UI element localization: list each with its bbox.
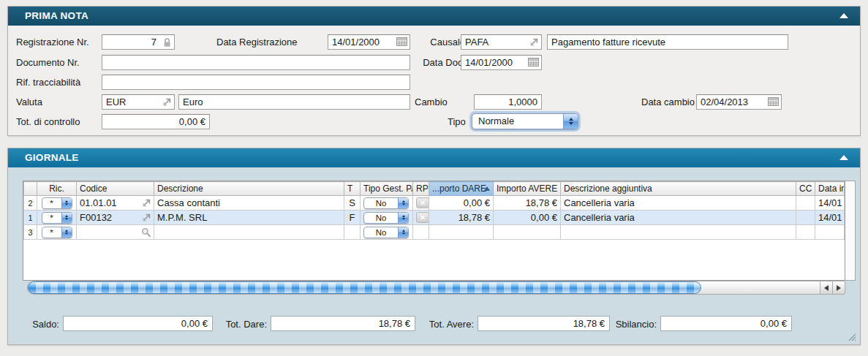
col-importo-dare[interactable]: ...porto DARE <box>429 182 494 196</box>
valuta-label: Valuta <box>16 95 42 110</box>
ric-select[interactable]: * <box>42 212 72 224</box>
ric-select[interactable]: * <box>42 227 72 238</box>
table-header-row: Ric. Codice Descrizione T Tipo Gest. PA … <box>24 182 845 196</box>
causale-desc-field[interactable]: Pagamento fatture ricevute <box>547 34 788 50</box>
rp-cell: ✕ <box>413 196 429 211</box>
ric-select[interactable]: * <box>42 197 72 209</box>
valuta-desc-field[interactable]: Euro <box>178 94 410 110</box>
causale-code-field[interactable]: PAFA <box>461 34 542 50</box>
clear-row-button[interactable]: ✕ <box>416 212 429 223</box>
prima-nota-panel: PRIMA NOTA Registrazione Nr. 7 Data Regi… <box>7 6 861 136</box>
tipo-select[interactable]: Normale <box>472 113 578 129</box>
col-descrizione-aggiuntiva[interactable]: Descrizione aggiuntiva <box>561 182 796 196</box>
col-descrizione[interactable]: Descrizione <box>154 182 344 196</box>
saldo-field: 0,00 € <box>63 316 213 331</box>
t-cell[interactable]: F <box>344 211 361 225</box>
cambio-field[interactable]: 1,0000 <box>474 94 542 110</box>
vertical-scrollbar[interactable] <box>845 181 856 281</box>
data-cambio-field[interactable]: 02/04/2013 <box>696 94 782 110</box>
col-codice[interactable]: Codice <box>77 182 154 196</box>
sbilancio-field: 0,00 € <box>660 316 792 331</box>
scroll-right-button[interactable] <box>832 281 845 294</box>
tot-dare-field: 18,78 € <box>271 316 415 331</box>
descrizione-cell[interactable]: M.P.M. SRL <box>154 211 344 225</box>
col-tipo-gest-pa[interactable]: Tipo Gest. PA <box>361 182 413 196</box>
tipo-gest-cell: No <box>361 196 413 211</box>
importo-avere-cell[interactable] <box>494 225 561 240</box>
col-data-in[interactable]: Data in <box>815 182 845 196</box>
descrizione-cell[interactable]: Cassa contanti <box>154 196 344 211</box>
col-cc[interactable]: CC <box>796 182 815 196</box>
link-icon[interactable] <box>162 97 172 107</box>
calendar-icon[interactable] <box>396 37 407 46</box>
importo-dare-cell[interactable]: 0,00 € <box>429 196 494 211</box>
col-t[interactable]: T <box>344 182 361 196</box>
link-icon[interactable] <box>529 37 539 47</box>
desc-aggiuntiva-cell[interactable]: Cancelleria varia <box>561 211 796 225</box>
popup-arrows-icon <box>563 114 578 129</box>
giornale-title: GIORNALE <box>25 152 79 163</box>
cc-cell[interactable] <box>796 196 815 211</box>
collapse-icon[interactable] <box>839 13 848 18</box>
row-number-cell[interactable]: 3 <box>24 225 37 240</box>
data-in-cell[interactable]: 14/01 <box>815 196 845 211</box>
col-importo-avere[interactable]: Importo AVERE <box>494 182 561 196</box>
popup-arrows-icon <box>398 198 408 208</box>
desc-aggiuntiva-cell[interactable] <box>561 225 796 240</box>
registrazione-nr-field[interactable]: 7 <box>102 34 175 50</box>
cambio-label: Cambio <box>415 95 448 110</box>
table-row[interactable]: 3 * No <box>24 225 845 240</box>
table-row[interactable]: 2 * 01.01.01 Cassa contanti S No ✕ 0,00 … <box>24 196 845 211</box>
rif-tracciabilita-label: Rif. tracciabilità <box>16 75 80 90</box>
horizontal-scrollbar[interactable] <box>27 281 845 295</box>
documento-nr-field[interactable] <box>102 55 410 70</box>
descrizione-cell[interactable] <box>154 225 344 240</box>
ric-cell: * <box>37 196 77 211</box>
link-icon[interactable] <box>142 198 151 208</box>
clear-row-button[interactable]: ✕ <box>416 197 429 208</box>
valuta-code-field[interactable]: EUR <box>102 94 175 110</box>
tot-dare-label: Tot. Dare: <box>214 317 267 332</box>
col-rp[interactable]: RP <box>413 182 429 196</box>
importo-dare-cell[interactable]: 18,78 € <box>429 211 494 225</box>
link-icon[interactable] <box>142 213 151 222</box>
magnifier-icon[interactable] <box>141 227 151 238</box>
codice-cell[interactable]: 01.01.01 <box>77 196 154 211</box>
resize-grip-icon[interactable] <box>848 333 856 341</box>
calendar-icon[interactable] <box>768 97 779 106</box>
col-ric[interactable]: Ric. <box>37 182 77 196</box>
data-in-cell[interactable]: 14/01 <box>815 211 845 225</box>
calendar-icon[interactable] <box>528 58 539 67</box>
causale-desc-value: Pagamento fatture ricevute <box>551 37 665 48</box>
data-registrazione-field[interactable]: 14/01/2000 <box>328 34 410 50</box>
ric-cell: * <box>37 225 77 240</box>
registrazione-nr-value: 7 <box>151 37 156 48</box>
importo-avere-cell[interactable]: 0,00 € <box>494 211 561 225</box>
rif-tracciabilita-field[interactable] <box>102 75 410 90</box>
collapse-icon[interactable] <box>839 155 848 160</box>
importo-avere-cell[interactable]: 18,78 € <box>494 196 561 211</box>
desc-aggiuntiva-cell[interactable]: Cancelleria varia <box>561 196 796 211</box>
tot-controllo-field[interactable]: 0,00 € <box>102 114 210 129</box>
cambio-value: 1,0000 <box>508 96 537 107</box>
tipo-gest-select[interactable]: No <box>363 197 409 209</box>
valuta-code-value: EUR <box>106 96 126 107</box>
table-row[interactable]: 1 * F00132 M.P.M. SRL F No ✕ 18,78 € <box>24 211 845 225</box>
row-number-cell[interactable]: 1 <box>24 211 37 225</box>
importo-dare-cell[interactable] <box>429 225 494 240</box>
documento-nr-label: Documento Nr. <box>16 56 80 70</box>
tipo-gest-select[interactable]: No <box>363 212 409 224</box>
codice-cell[interactable] <box>77 225 154 240</box>
row-number-cell[interactable]: 2 <box>24 196 37 211</box>
scrollbar-thumb[interactable] <box>28 281 701 294</box>
cc-cell[interactable] <box>796 211 815 225</box>
data-doc-field[interactable]: 14/01/2000 <box>461 55 542 70</box>
t-cell[interactable]: S <box>344 196 361 211</box>
scroll-left-button[interactable] <box>820 281 832 294</box>
tot-avere-field: 18,78 € <box>478 316 610 331</box>
tipo-gest-select[interactable]: No <box>363 227 409 238</box>
cc-cell[interactable] <box>796 225 815 240</box>
t-cell[interactable] <box>344 225 361 240</box>
data-in-cell[interactable] <box>815 225 845 240</box>
codice-cell[interactable]: F00132 <box>77 211 154 225</box>
